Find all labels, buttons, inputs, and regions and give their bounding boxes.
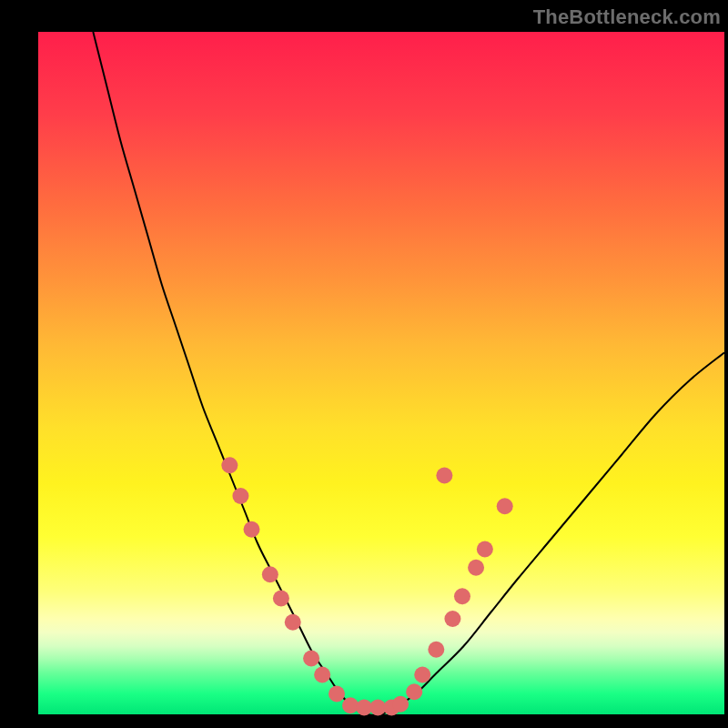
data-marker — [314, 667, 330, 683]
data-marker — [392, 696, 409, 713]
data-marker — [221, 457, 238, 473]
data-marker — [436, 468, 452, 484]
data-marker — [273, 591, 289, 607]
data-marker — [477, 541, 493, 558]
data-marker — [468, 560, 484, 576]
data-marker — [262, 566, 278, 582]
data-marker — [428, 642, 444, 658]
bottleneck-curve-svg — [38, 32, 724, 714]
plot-area — [38, 32, 724, 714]
data-marker — [444, 611, 460, 627]
data-marker — [285, 614, 301, 631]
data-marker — [329, 686, 345, 703]
watermark-label: TheBottleneck.com — [533, 5, 721, 29]
data-marker — [497, 498, 513, 514]
data-marker — [303, 651, 319, 667]
curve-path — [93, 32, 724, 715]
marker-group — [221, 457, 512, 715]
data-marker — [342, 697, 359, 713]
data-marker — [232, 488, 248, 504]
chart-frame: TheBottleneck.com — [0, 0, 728, 728]
data-marker — [243, 521, 259, 538]
data-marker — [454, 588, 470, 604]
data-marker — [414, 667, 430, 683]
data-marker — [406, 683, 422, 700]
